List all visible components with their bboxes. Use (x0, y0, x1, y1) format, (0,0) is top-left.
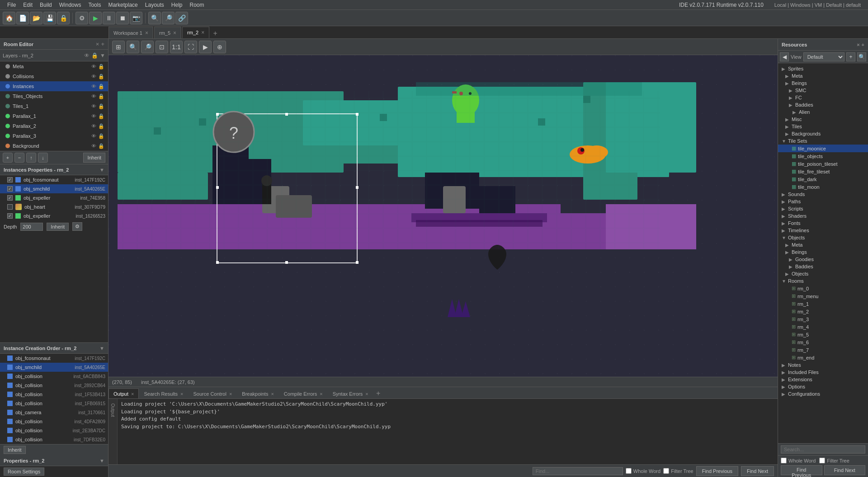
layer-tiles-1[interactable]: Tiles_1 👁 🔒 (0, 101, 108, 111)
whole-word-checkbox[interactable] (626, 468, 632, 474)
home-button[interactable]: 🏠 (3, 12, 15, 24)
tree-tile-moonice[interactable]: ▦ tile_moonice (778, 145, 868, 152)
tab-workspace1[interactable]: Workspace 1 × (108, 27, 153, 38)
stop-button[interactable]: ⏹ (116, 12, 129, 24)
tree-fonts[interactable]: ▶ Fonts (778, 220, 868, 227)
instance-row-0[interactable]: ✓ obj_fcosmonaut inst_147F192C (0, 175, 108, 184)
menu-layouts[interactable]: Layouts (142, 1, 168, 9)
creation-item-1[interactable]: obj_smchild inst_5A40265E (0, 363, 108, 372)
layer-up-btn[interactable]: ↑ (26, 153, 36, 163)
layer-background[interactable]: Background 👁 🔒 (0, 141, 108, 151)
tree-tilesets[interactable]: ▼ Tile Sets (778, 137, 868, 145)
instance-row-4[interactable]: ✓ obj_expeller inst_16266523 (0, 211, 108, 220)
room-editor-add[interactable]: + (101, 41, 104, 47)
layer-tiles-objects[interactable]: Tiles_Objects 👁 🔒 (0, 91, 108, 101)
zoom-fit-btn[interactable]: ⊡ (156, 41, 168, 53)
find-next-button[interactable]: Find Next (741, 466, 774, 476)
tree-objects-meta[interactable]: ▶ Meta (778, 241, 868, 248)
layers-chevron[interactable]: ▼ (100, 52, 105, 59)
layer-meta[interactable]: Meta 👁 🔒 (0, 61, 108, 71)
layer-background-eye[interactable]: 👁 (91, 143, 96, 149)
depth-gear-btn[interactable]: ⚙ (72, 222, 82, 231)
tree-rm5[interactable]: ⊞ rm_5 (778, 331, 868, 338)
creation-item-2[interactable]: obj_collision inst_6ACBB843 (0, 372, 108, 381)
layer-instances-lock[interactable]: 🔒 (98, 84, 104, 89)
tree-smc[interactable]: ▶ SMC (778, 87, 868, 94)
tree-options[interactable]: ▶ Options (778, 383, 868, 390)
resources-close-icon[interactable]: × (857, 42, 859, 47)
tree-sprites-beings[interactable]: ▶ Beings (778, 80, 868, 87)
screenshot-button[interactable]: 📷 (130, 12, 142, 24)
tree-scripts[interactable]: ▶ Scripts (778, 205, 868, 212)
tree-notes[interactable]: ▶ Notes (778, 361, 868, 369)
open-button[interactable]: 📂 (30, 12, 42, 24)
inst-check-0[interactable]: ✓ (7, 177, 13, 182)
inst-check-4[interactable]: ✓ (7, 213, 13, 219)
canvas-btn-extra[interactable]: ⊕ (213, 41, 226, 53)
link-button[interactable]: 🔗 (175, 12, 188, 24)
canvas-area[interactable]: ? (108, 55, 778, 377)
search-button[interactable]: 🔍 (148, 12, 161, 24)
close-rm2[interactable]: × (201, 30, 204, 35)
tree-timelines[interactable]: ▶ Timelines (778, 227, 868, 234)
properties-header[interactable]: Properties - rm_2 ▼ (0, 455, 108, 466)
menu-edit[interactable]: Edit (19, 1, 36, 9)
tree-fc[interactable]: ▶ FC (778, 94, 868, 101)
layer-background-lock[interactable]: 🔒 (98, 143, 104, 149)
layer-tiles1-eye[interactable]: 👁 (91, 103, 96, 109)
tree-tiles-sprites[interactable]: ▶ Tiles (778, 123, 868, 130)
tree-misc[interactable]: ▶ Misc (778, 116, 868, 123)
output-tab-output[interactable]: Output × (108, 388, 139, 398)
close-output-tab[interactable]: × (131, 391, 134, 397)
menu-file[interactable]: File (4, 1, 19, 9)
layer-instances[interactable]: Instances 👁 🔒 (0, 81, 108, 91)
inherit-depth-btn[interactable]: Inherit (47, 223, 69, 231)
res-find-prev-btn[interactable]: Find Previous (781, 465, 822, 475)
res-search-btn[interactable]: 🔍 (857, 52, 866, 61)
inst-check-2[interactable]: ✓ (7, 195, 13, 201)
tree-rm-end[interactable]: ⊞ rm_end (778, 354, 868, 361)
lock-button[interactable]: 🔒 (57, 12, 70, 24)
tree-included-files[interactable]: ▶ Included Files (778, 369, 868, 376)
tree-rm4[interactable]: ⊞ rm_4 (778, 323, 868, 331)
room-editor-close[interactable]: × (96, 41, 99, 47)
instance-row-2[interactable]: ✓ obj_expeller inst_74E958 (0, 193, 108, 202)
layer-parallax3-eye[interactable]: 👁 (91, 133, 96, 139)
close-rm5[interactable]: × (173, 30, 176, 36)
tree-rooms[interactable]: ▼ Rooms (778, 277, 868, 285)
tree-tile-dark[interactable]: ▦ tile_dark (778, 175, 868, 183)
tree-objects-beings[interactable]: ▶ Beings (778, 248, 868, 256)
tree-tile-objects[interactable]: ▦ tile_objects (778, 152, 868, 160)
creation-item-4[interactable]: obj_collision inst_1F53B413 (0, 390, 108, 399)
layer-meta-eye[interactable]: 👁 (91, 64, 96, 70)
filter-tree-checkbox[interactable] (663, 468, 669, 474)
layers-visible-icon[interactable]: 👁 (84, 52, 90, 59)
menu-room[interactable]: Room (186, 1, 208, 9)
settings-button[interactable]: ⚙ (75, 12, 88, 24)
tree-baddies-objects[interactable]: ▶ Baddies (778, 263, 868, 270)
zoom-in-canvas-btn[interactable]: 🔍 (127, 41, 139, 53)
layer-parallax2[interactable]: Parallax_2 👁 🔒 (0, 121, 108, 131)
tree-shaders[interactable]: ▶ Shaders (778, 212, 868, 220)
menu-build[interactable]: Build (36, 1, 56, 9)
creation-item-3[interactable]: obj_collision inst_2892CB64 (0, 381, 108, 390)
tree-goodies[interactable]: ▶ Goodies (778, 256, 868, 263)
layer-parallax1-lock[interactable]: 🔒 (98, 113, 104, 119)
output-tab-search[interactable]: Search Results × (139, 388, 188, 398)
grid-toggle-btn[interactable]: ⊞ (112, 41, 125, 53)
output-search-input[interactable] (533, 467, 623, 475)
layer-instances-eye[interactable]: 👁 (91, 84, 96, 89)
tree-rm1[interactable]: ⊞ rm_1 (778, 300, 868, 308)
close-syntax-tab[interactable]: × (365, 391, 368, 397)
output-tab-sourcecontrol[interactable]: Source Control × (189, 388, 237, 398)
layer-del-btn[interactable]: − (14, 153, 24, 163)
resources-view-dropdown[interactable]: Default (803, 52, 844, 61)
close-compile-tab[interactable]: × (320, 391, 322, 397)
creation-item-6[interactable]: obj_camera inst_3170661 (0, 408, 108, 417)
tree-sprites[interactable]: ▶ Sprites (778, 65, 868, 72)
tree-baddies-sprites[interactable]: ▶ Baddies (778, 101, 868, 108)
res-add-btn[interactable]: + (846, 52, 855, 61)
menu-windows[interactable]: Windows (56, 1, 85, 9)
layers-lock-icon[interactable]: 🔒 (91, 52, 98, 59)
tree-tile-poison[interactable]: ▦ tile_poison_tileset (778, 160, 868, 168)
